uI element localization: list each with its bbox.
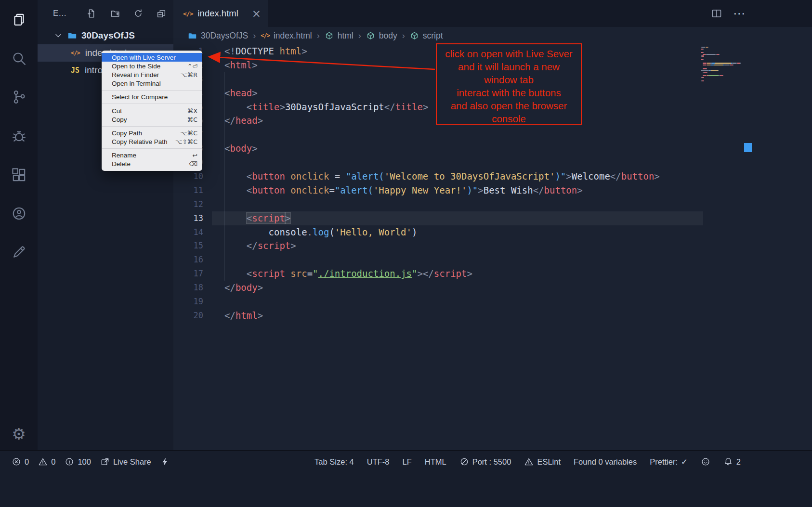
menu-item-shortcut: ⌃⏎ — [187, 63, 197, 70]
close-icon[interactable]: × — [252, 8, 261, 19]
activity-feedback-icon[interactable] — [10, 243, 28, 261]
menu-item-open-in-terminal[interactable]: Open in Terminal — [102, 79, 202, 88]
status-label: Tab Size: 4 — [314, 457, 354, 467]
refresh-explorer-icon[interactable] — [133, 8, 144, 19]
menu-item-label: Reveal in Finder — [112, 71, 159, 78]
menu-item-copy-path[interactable]: Copy Path⌥⌘C — [102, 129, 202, 137]
status-lightning[interactable] — [160, 457, 170, 467]
status-tab-size-4[interactable]: Tab Size: 4 — [314, 457, 354, 467]
menu-item-label: Cut — [112, 107, 122, 115]
menu-item-label: Open with Live Server — [112, 54, 176, 61]
menu-item-reveal-in-finder[interactable]: Reveal in Finder⌥⌘R — [102, 70, 202, 79]
code-line: 10 <button onclick = "alert('Welcome to … — [173, 169, 812, 183]
status-smiley[interactable] — [701, 457, 710, 467]
code-line-content[interactable]: </script> — [212, 239, 703, 253]
breadcrumb-label: html — [338, 31, 354, 41]
annotation-line: and it will launch a new — [437, 60, 581, 73]
activity-source-control-icon[interactable] — [10, 88, 28, 106]
code-line: 16 — [173, 253, 812, 267]
status-live-share[interactable]: Live Share — [100, 457, 151, 467]
menu-item-label: Copy — [112, 116, 127, 123]
menu-item-copy[interactable]: Copy⌘C — [102, 115, 202, 124]
tab-index-html[interactable]: </> index.html × — [173, 0, 268, 27]
menu-item-copy-relative-path[interactable]: Copy Relative Path⌥⇧⌘C — [102, 138, 202, 146]
live-share-icon — [100, 457, 110, 467]
breadcrumb-label: 30DaysOfJS — [201, 31, 248, 41]
code-line-content[interactable]: <script> — [212, 211, 703, 225]
code-line-content[interactable] — [212, 128, 703, 142]
warning-icon — [38, 457, 48, 467]
menu-item-select-for-compare[interactable]: Select for Compare — [102, 93, 202, 102]
menu-item-rename[interactable]: Rename↩ — [102, 151, 202, 160]
menu-item-cut[interactable]: Cut⌘X — [102, 106, 202, 115]
code-line-content[interactable]: <body> — [212, 142, 703, 156]
html-file-icon: </> — [71, 50, 80, 56]
breadcrumb-30daysofjs[interactable]: 30DaysOfJS — [188, 31, 248, 41]
breadcrumb-index-html[interactable]: </>index.html — [261, 31, 312, 41]
status-eslint[interactable]: ESLint — [524, 457, 561, 467]
code-line-content[interactable]: <button onclick = "alert('Welcome to 30D… — [212, 169, 703, 183]
breadcrumb-separator: › — [253, 31, 256, 41]
status-found-0-variables[interactable]: Found 0 variables — [574, 457, 637, 467]
collapse-folders-icon[interactable] — [156, 8, 167, 19]
status-utf-8[interactable]: UTF-8 — [367, 457, 390, 467]
breadcrumb-script[interactable]: script — [410, 31, 443, 41]
more-actions-icon[interactable]: ⋯ — [733, 11, 746, 16]
status-prettier[interactable]: Prettier:✓ — [650, 457, 688, 467]
chevron-down-icon — [53, 31, 63, 40]
new-folder-icon[interactable] — [110, 8, 120, 19]
code-line-content[interactable]: </body> — [212, 281, 703, 295]
status-label: 0 — [51, 457, 55, 467]
smiley-icon — [701, 457, 710, 467]
status-0[interactable]: 0 — [12, 457, 29, 467]
menu-separator — [102, 148, 202, 149]
code-line-content[interactable] — [212, 156, 703, 169]
status-html[interactable]: HTML — [425, 457, 446, 467]
status-0[interactable]: 0 — [38, 457, 55, 467]
code-line-content[interactable] — [212, 295, 703, 309]
bell-icon — [723, 457, 733, 467]
code-line-content[interactable]: <button onclick="alert('Happy New Year!'… — [212, 183, 703, 197]
status-2[interactable]: 2 — [723, 457, 741, 467]
code-line-content[interactable]: console.log('Hello, World') — [212, 225, 703, 239]
status-lf[interactable]: LF — [402, 457, 411, 467]
menu-item-delete[interactable]: Delete⌫ — [102, 160, 202, 169]
code-line: 9 — [173, 156, 812, 169]
split-editor-icon[interactable] — [711, 8, 722, 19]
line-number: 17 — [173, 267, 212, 281]
overview-ruler-marker[interactable] — [744, 143, 752, 152]
status-port-5500[interactable]: Port : 5500 — [459, 457, 511, 467]
code-line-content[interactable] — [212, 197, 703, 211]
activity-settings-icon[interactable]: ⚙ — [10, 425, 28, 443]
status-label: Live Share — [113, 457, 151, 467]
status-bar: 00100Live Share Tab Size: 4UTF-8LFHTMLPo… — [0, 450, 812, 507]
code-line: 20</html> — [173, 309, 812, 323]
menu-item-open-with-live-server[interactable]: Open with Live Server — [102, 53, 202, 62]
code-line: 11 <button onclick="alert('Happy New Yea… — [173, 183, 812, 197]
code-line: 13 <script> — [173, 211, 812, 225]
menu-item-shortcut: ⌘C — [187, 116, 197, 123]
menu-item-shortcut: ⌥⌘C — [180, 130, 197, 137]
activity-run-and-debug-icon[interactable] — [10, 127, 28, 145]
code-line-content[interactable] — [212, 253, 703, 267]
status-label: UTF-8 — [367, 457, 390, 467]
folder-root-30daysofjs[interactable]: 30DaysOfJS — [38, 27, 173, 44]
activity-search-icon[interactable] — [10, 49, 28, 67]
menu-item-shortcut: ⌥⇧⌘C — [175, 138, 197, 145]
cube-icon — [325, 31, 334, 40]
html-file-icon: </> — [183, 10, 193, 17]
code-line-content[interactable]: </html> — [212, 309, 703, 323]
menu-item-shortcut: ↩ — [193, 152, 197, 159]
new-file-icon[interactable] — [87, 8, 97, 19]
activity-extensions-icon[interactable] — [10, 166, 28, 184]
activity-live-share-icon[interactable] — [10, 204, 28, 222]
menu-item-open-to-the-side[interactable]: Open to the Side⌃⏎ — [102, 62, 202, 70]
status-100[interactable]: 100 — [65, 457, 91, 467]
breadcrumb-body[interactable]: body — [366, 31, 397, 41]
tab-title: index.html — [197, 8, 247, 19]
line-number: 18 — [173, 281, 212, 295]
breadcrumb-html[interactable]: html — [325, 31, 354, 41]
activity-explorer-icon[interactable] — [10, 11, 28, 29]
code-line-content[interactable]: <script src="./introduction.js"></script… — [212, 267, 703, 281]
minimap[interactable] — [701, 47, 747, 82]
